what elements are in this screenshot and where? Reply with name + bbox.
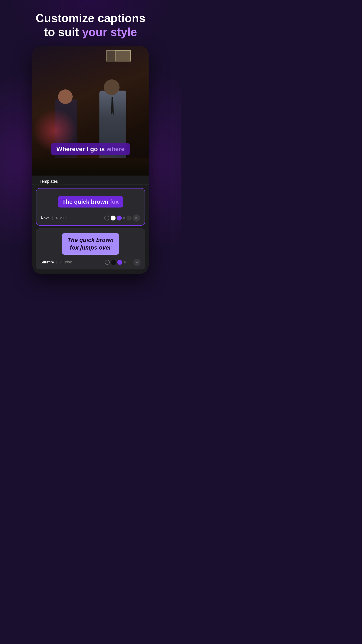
surefire-edit-icon: ✏ xyxy=(136,260,138,264)
nova-divider: | xyxy=(52,216,53,220)
nova-text-highlight: fox xyxy=(110,198,119,205)
nova-color-swatches: ✏ xyxy=(104,214,140,222)
nova-edit-button[interactable]: ✏ xyxy=(133,214,140,222)
templates-container: The quick brown fox Nova | 👁 290K xyxy=(32,184,149,274)
surefire-preview-area: The quick brownfox jumps over xyxy=(40,233,141,255)
templates-tab-label: Templates xyxy=(39,179,58,184)
surefire-swatch-ghost[interactable] xyxy=(105,260,110,265)
surefire-color-swatches: ✏ xyxy=(105,259,141,266)
nova-text: The quick brown fox xyxy=(62,198,119,205)
nova-swatch-dark[interactable] xyxy=(127,216,132,220)
tie-detail xyxy=(111,97,114,115)
caption-word-wherever: Wherever xyxy=(56,146,85,152)
surefire-swatch-black[interactable] xyxy=(111,260,116,265)
nova-swatch-purple[interactable] xyxy=(117,216,122,220)
nova-name-label: Nova xyxy=(41,216,50,220)
surefire-views-count: 290K xyxy=(64,260,72,264)
surefire-divider: | xyxy=(56,260,57,264)
nova-swatch-ghost[interactable] xyxy=(104,216,109,220)
ground xyxy=(32,158,149,176)
caption-text: Wherever I go is where xyxy=(56,146,124,152)
hero-section: Customize captions to suit your style xyxy=(22,11,159,39)
surefire-card-footer: Surefire | 👁 290K ✏ xyxy=(40,259,141,266)
surefire-swatch-dot xyxy=(124,261,126,264)
hero-title-line1: Customize captions xyxy=(35,12,145,24)
nova-edit-icon: ✏ xyxy=(135,216,138,220)
surefire-swatch-purple[interactable] xyxy=(117,260,122,265)
surefire-name-section: Surefire | 👁 290K xyxy=(40,260,72,264)
caption-word-where: where xyxy=(107,146,125,152)
caption-word-middle: I go is xyxy=(85,146,106,152)
hero-title-highlight: your style xyxy=(82,26,137,38)
nova-preview-area: The quick brown fox xyxy=(41,193,140,211)
surefire-text: The quick brownfox jumps over xyxy=(67,236,114,251)
nova-card-footer: Nova | 👁 290K ✏ xyxy=(41,214,140,222)
video-caption-overlay: Wherever I go is where xyxy=(51,143,130,156)
nova-views-count: 290K xyxy=(60,216,68,220)
window-light-2 xyxy=(106,50,115,62)
nova-caption-box: The quick brown fox xyxy=(58,196,123,208)
nova-text-main: The quick brown xyxy=(62,198,110,205)
surefire-name-label: Surefire xyxy=(40,260,54,264)
nova-eye-icon: 👁 xyxy=(55,216,58,220)
surefire-line1: The quick brown xyxy=(67,236,114,243)
surefire-template-card[interactable]: The quick brownfox jumps over Surefire |… xyxy=(36,228,145,270)
nova-views-section: 👁 290K xyxy=(55,216,68,220)
surefire-swatch-darkgray[interactable] xyxy=(127,260,132,265)
scene-background xyxy=(32,46,149,176)
bottom-panel: Templates The quick brown fox Nova | xyxy=(32,176,149,274)
phone-mockup: Wherever I go is where Templates The qui… xyxy=(32,46,149,274)
surefire-edit-button[interactable]: ✏ xyxy=(133,259,141,266)
hero-title-line2: to suit xyxy=(44,26,82,38)
nova-name-section: Nova | 👁 290K xyxy=(41,216,68,220)
surefire-caption-box: The quick brownfox jumps over xyxy=(62,233,119,255)
surefire-line2: fox jumps over xyxy=(70,244,111,251)
surefire-eye-icon: 👁 xyxy=(59,260,63,264)
templates-tab[interactable]: Templates xyxy=(34,176,63,184)
nova-swatch-dot xyxy=(123,217,125,219)
surefire-views-section: 👁 290K xyxy=(59,260,72,264)
nova-template-card[interactable]: The quick brown fox Nova | 👁 290K xyxy=(36,188,145,226)
window-light-1 xyxy=(115,50,131,62)
video-area: Wherever I go is where xyxy=(32,46,149,176)
nova-swatch-white[interactable] xyxy=(111,216,115,220)
